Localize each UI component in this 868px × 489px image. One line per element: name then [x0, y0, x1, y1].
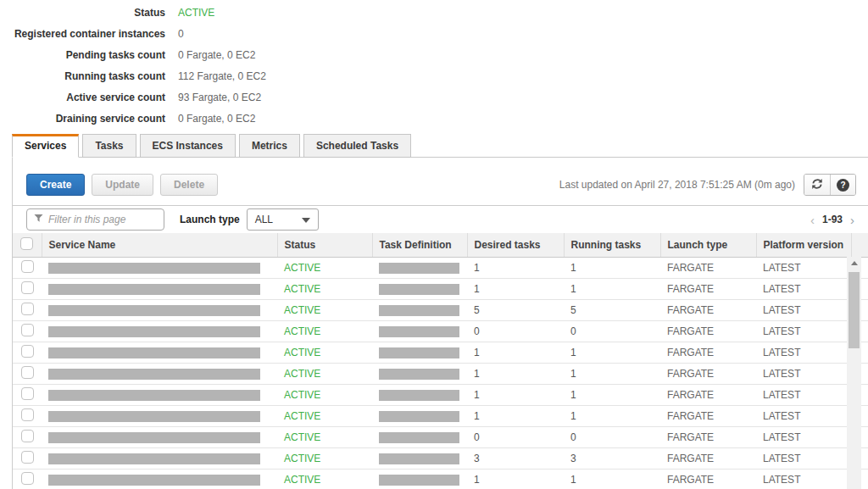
row-checkbox[interactable] — [21, 260, 34, 273]
refresh-help-button-group: ? — [804, 174, 856, 196]
row-checkbox[interactable] — [21, 345, 34, 358]
running-tasks-value: 1 — [564, 278, 660, 299]
detail-value: 0 Fargate, 0 EC2 — [178, 113, 255, 125]
scrollbar-up-arrow-icon[interactable] — [851, 261, 858, 265]
row-checkbox[interactable] — [21, 472, 34, 485]
tab-label: ECS Instances — [153, 140, 223, 152]
platform-version-value: LATEST — [756, 405, 851, 426]
row-checkbox[interactable] — [21, 281, 34, 294]
desired-tasks-value: 1 — [467, 405, 564, 426]
redacted-service-name — [48, 475, 260, 486]
row-checkbox[interactable] — [21, 324, 34, 336]
column-header-service-name: Service Name — [42, 233, 277, 257]
redacted-service-name — [48, 305, 260, 316]
redacted-service-name — [48, 432, 260, 443]
filter-row: Filter in this page Launch type ALL ‹ 1-… — [13, 206, 868, 233]
cluster-detail-row: Pending tasks count 0 Fargate, 0 EC2 — [0, 44, 868, 65]
tab-bar: ServicesTasksECS InstancesMetricsSchedul… — [12, 135, 868, 158]
filter-funnel-icon — [34, 214, 43, 225]
table-row: ACTIVE 1 1 FARGATE LATEST — [13, 469, 868, 489]
table-row: ACTIVE 1 1 FARGATE LATEST — [13, 278, 868, 299]
running-tasks-value: 1 — [564, 469, 660, 489]
last-updated-text: Last updated on April 27, 2018 7:51:25 A… — [559, 179, 795, 191]
running-tasks-value: 1 — [564, 257, 660, 278]
redacted-task-definition — [379, 326, 459, 337]
table-row: ACTIVE 1 1 FARGATE LATEST — [13, 384, 868, 405]
running-tasks-value: 0 — [564, 426, 660, 447]
launch-type-value: FARGATE — [660, 363, 756, 384]
tab-ecs-instances[interactable]: ECS Instances — [140, 134, 236, 158]
redacted-task-definition — [379, 305, 459, 316]
desired-tasks-value: 1 — [467, 384, 564, 405]
cluster-details: Status ACTIVE Registered container insta… — [0, 0, 868, 129]
update-button[interactable]: Update — [92, 174, 153, 196]
service-status: ACTIVE — [277, 257, 372, 278]
column-header-task-definition: Task Definition — [372, 233, 467, 257]
desired-tasks-value: 1 — [467, 257, 564, 278]
table-row: ACTIVE 1 1 FARGATE LATEST — [13, 342, 868, 363]
detail-value: 93 Fargate, 0 EC2 — [178, 92, 261, 103]
launch-type-value: FARGATE — [660, 469, 756, 489]
delete-button[interactable]: Delete — [160, 174, 218, 196]
redacted-task-definition — [379, 475, 459, 486]
row-checkbox[interactable] — [21, 303, 34, 315]
redacted-service-name — [48, 284, 260, 295]
select-all-checkbox[interactable] — [20, 237, 33, 250]
table-row: ACTIVE 1 1 FARGATE LATEST — [13, 405, 868, 426]
row-checkbox[interactable] — [21, 366, 34, 379]
row-checkbox[interactable] — [21, 387, 34, 400]
row-checkbox[interactable] — [21, 408, 34, 421]
desired-tasks-value: 5 — [467, 299, 564, 320]
prev-page-chevron-icon[interactable]: ‹ — [810, 214, 815, 226]
row-checkbox[interactable] — [21, 430, 34, 442]
service-status: ACTIVE — [277, 447, 372, 469]
running-tasks-value: 0 — [564, 320, 660, 342]
tab-services[interactable]: Services — [12, 134, 79, 158]
cluster-detail-row: Status ACTIVE — [0, 2, 868, 23]
service-status: ACTIVE — [277, 342, 372, 363]
redacted-service-name — [48, 453, 260, 464]
table-row: ACTIVE 0 0 FARGATE LATEST — [13, 320, 868, 342]
refresh-button[interactable] — [804, 175, 830, 195]
desired-tasks-value: 1 — [467, 342, 564, 363]
redacted-task-definition — [379, 411, 459, 422]
tab-tasks[interactable]: Tasks — [82, 134, 136, 158]
desired-tasks-value: 0 — [467, 426, 564, 447]
create-button[interactable]: Create — [26, 174, 85, 196]
next-page-chevron-icon[interactable]: › — [850, 214, 854, 226]
scrollbar-thumb[interactable] — [849, 272, 860, 348]
desired-tasks-value: 3 — [467, 447, 564, 469]
cluster-detail-row: Registered container instances 0 — [0, 23, 868, 44]
launch-type-select[interactable]: ALL — [247, 208, 319, 231]
pagination: ‹ 1-93 › — [810, 214, 860, 226]
tab-scheduled-tasks[interactable]: Scheduled Tasks — [303, 134, 411, 158]
platform-version-value: LATEST — [756, 426, 851, 447]
filter-input-placeholder: Filter in this page — [48, 214, 125, 225]
column-header-desired-tasks: Desired tasks — [467, 233, 564, 257]
launch-type-selected-value: ALL — [255, 214, 273, 225]
running-tasks-value: 3 — [564, 447, 660, 469]
service-status: ACTIVE — [277, 363, 372, 384]
filter-input[interactable]: Filter in this page — [26, 208, 164, 231]
row-checkbox[interactable] — [21, 451, 34, 464]
service-status: ACTIVE — [277, 384, 372, 405]
tab-metrics[interactable]: Metrics — [239, 134, 300, 158]
service-status: ACTIVE — [277, 278, 372, 299]
column-header-running-tasks: Running tasks — [564, 233, 660, 257]
running-tasks-value: 5 — [564, 299, 660, 320]
redacted-task-definition — [379, 369, 459, 380]
toolbar-right: Last updated on April 27, 2018 7:51:25 A… — [559, 174, 856, 196]
table-row: ACTIVE 3 3 FARGATE LATEST — [13, 447, 868, 469]
column-header-launch-type: Launch type — [660, 233, 756, 257]
column-header-status: Status — [277, 233, 372, 257]
vertical-scrollbar[interactable] — [847, 257, 861, 489]
running-tasks-value: 1 — [564, 342, 660, 363]
platform-version-value: LATEST — [756, 299, 851, 320]
help-button[interactable]: ? — [830, 175, 855, 195]
detail-label: Registered container instances — [0, 28, 165, 40]
service-status: ACTIVE — [277, 320, 372, 342]
launch-type-value: FARGATE — [660, 447, 756, 469]
redacted-task-definition — [379, 453, 459, 464]
platform-version-value: LATEST — [756, 384, 851, 405]
services-table: Service Name Status Task Definition Desi… — [13, 233, 868, 489]
